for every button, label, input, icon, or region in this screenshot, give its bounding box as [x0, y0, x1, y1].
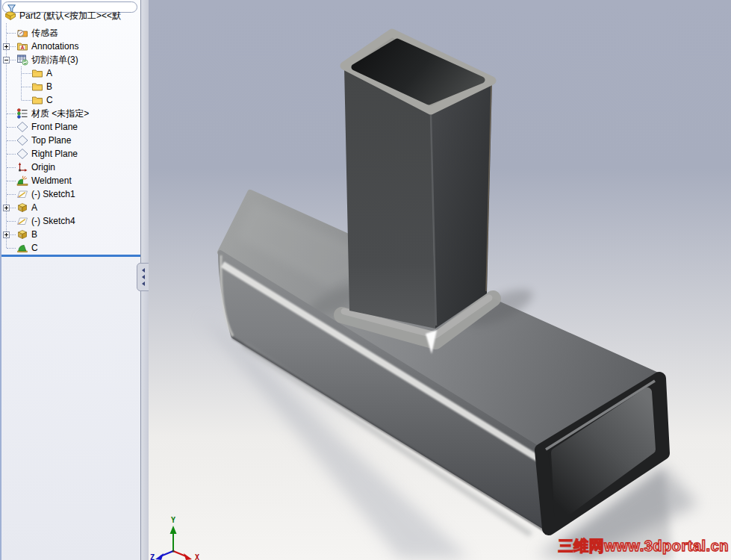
tree-item-label: A	[46, 68, 52, 78]
tree-item-label: B	[46, 81, 52, 92]
weldment-icon	[16, 175, 28, 187]
expander-plus-icon[interactable]	[3, 43, 10, 50]
tree-item-weldment[interactable]: Weldment	[0, 174, 140, 187]
folder-icon	[31, 94, 43, 106]
tree-item-cut-list-item-b[interactable]: B	[0, 80, 140, 93]
tree-item-right-plane[interactable]: Right Plane	[0, 147, 140, 161]
expander-plus-icon[interactable]	[3, 231, 10, 238]
tree-item-cut-list-item-a[interactable]: A	[0, 66, 140, 80]
tree-item-feature-c[interactable]: C	[0, 241, 140, 255]
material-icon	[16, 108, 28, 119]
tree-item-sketch1[interactable]: (-) Sketch1	[0, 187, 140, 201]
tree-item-sensors[interactable]: 传感器	[0, 26, 140, 40]
plane-icon	[16, 134, 28, 146]
cutlist-icon	[16, 54, 28, 66]
tree-item-material[interactable]: 材质 <未指定>	[0, 107, 140, 120]
extrude-icon	[16, 202, 28, 214]
x-axis-arrow	[184, 553, 192, 560]
sensors-folder-icon	[16, 27, 28, 39]
z-axis-arrow	[155, 553, 164, 560]
plane-icon	[16, 148, 28, 160]
feature-tree: Part2 (默认<按加工><<默传感器AAnnotations切割清单(3)A…	[0, 13, 140, 257]
tree-item-feature-a[interactable]: A	[0, 201, 140, 214]
tree-item-label: B	[31, 229, 37, 240]
tree-item-label: Origin	[31, 162, 55, 172]
tree-item-label: Top Plane	[31, 135, 71, 146]
tree-item-sketch4[interactable]: (-) Sketch4	[0, 214, 140, 228]
y-axis-arrow	[170, 526, 177, 534]
tree-item-label: A	[31, 202, 37, 213]
tree-item-label: C	[31, 243, 38, 253]
orientation-triad: Y X Z	[149, 508, 216, 560]
tree-item-label: Right Plane	[31, 149, 78, 159]
tree-item-label: C	[46, 95, 53, 105]
tree-item-top-plane[interactable]: Top Plane	[0, 134, 140, 147]
tree-panel-lower-pane	[0, 257, 140, 560]
feature-tree-panel: Part2 (默认<按加工><<默传感器AAnnotations切割清单(3)A…	[0, 0, 140, 560]
sketch-icon	[16, 188, 28, 200]
tree-item-cut-list-item-c[interactable]: C	[0, 93, 140, 107]
tree-item-front-plane[interactable]: Front Plane	[0, 120, 140, 134]
panel-divider[interactable]	[140, 0, 149, 560]
tree-item-label: Weldment	[31, 175, 72, 186]
z-axis-label: Z	[150, 553, 155, 560]
y-axis-label: Y	[171, 516, 175, 524]
expander-minus-icon[interactable]	[3, 57, 10, 63]
tree-item-label: Front Plane	[31, 122, 78, 132]
tree-item-part2-root[interactable]: Part2 (默认<按加工><<默	[0, 9, 140, 22]
graphics-viewport[interactable]: Y X Z 三维网www.3dportal.cn	[149, 0, 731, 560]
x-axis-label: X	[195, 553, 199, 560]
tree-item-label: 材质 <未指定>	[31, 108, 89, 120]
sketch-icon	[16, 215, 28, 227]
watermark: 三维网www.3dportal.cn	[559, 536, 729, 556]
origin-icon	[16, 161, 28, 173]
plane-icon	[16, 121, 28, 133]
fillet-icon	[16, 242, 28, 254]
tree-item-label: 传感器	[31, 27, 58, 40]
collapse-arrow-icon	[142, 275, 145, 279]
tree-item-origin[interactable]: Origin	[0, 161, 140, 174]
tree-item-feature-b[interactable]: B	[0, 228, 140, 241]
tree-item-label: Part2 (默认<按加工><<默	[19, 10, 121, 22]
expander-plus-icon[interactable]	[3, 205, 10, 211]
tree-item-label: (-) Sketch4	[31, 216, 75, 226]
folder-icon	[31, 67, 43, 79]
tree-item-label: 切割清单(3)	[31, 54, 78, 66]
collapse-arrow-icon	[142, 281, 145, 286]
tree-item-cut-list[interactable]: 切割清单(3)	[0, 53, 140, 66]
window-left-border	[0, 0, 1, 560]
extrude-icon	[16, 228, 28, 240]
folder-icon	[31, 81, 43, 93]
model-render	[149, 0, 731, 560]
solidworks-window: Part2 (默认<按加工><<默传感器AAnnotations切割清单(3)A…	[0, 0, 731, 560]
panel-collapse-handle[interactable]	[137, 263, 149, 291]
collapse-arrow-icon	[142, 268, 145, 273]
svg-text:A: A	[21, 45, 25, 50]
part-icon	[4, 10, 16, 22]
tree-item-annotations[interactable]: AAnnotations	[0, 40, 140, 53]
tree-item-label: Annotations	[31, 41, 78, 52]
annotations-folder-icon: A	[16, 40, 28, 52]
tree-item-label: (-) Sketch1	[31, 189, 75, 199]
